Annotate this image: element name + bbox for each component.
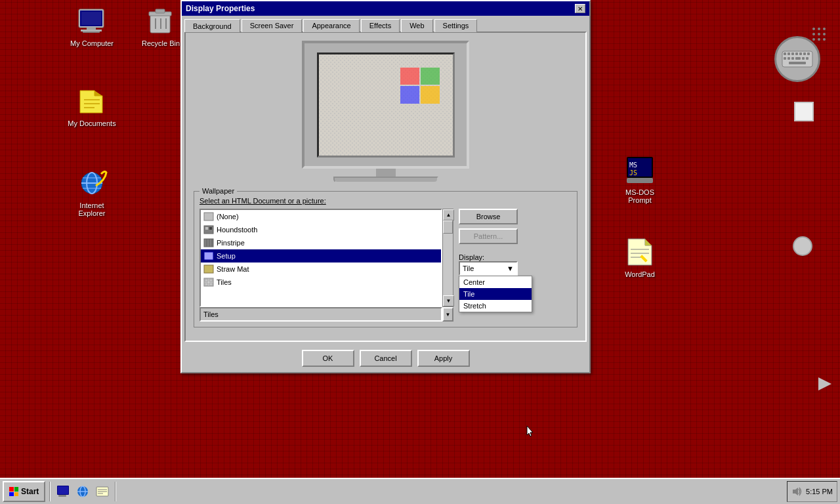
wallpaper-item-icon bbox=[203, 264, 214, 274]
scroll-thumb[interactable] bbox=[443, 220, 453, 234]
tab-background[interactable]: Background bbox=[184, 19, 240, 32]
msdos-icon: MS JS bbox=[624, 154, 656, 186]
list-item-setup[interactable]: Setup bbox=[201, 249, 441, 262]
tab-content-background: Wallpaper Select an HTML Document or a p… bbox=[184, 32, 587, 342]
wallpaper-item-icon bbox=[203, 251, 214, 261]
mydocs-icon bbox=[76, 85, 108, 117]
wallpaper-list-scrollbar[interactable]: ▲ ▼ bbox=[442, 209, 453, 307]
scroll-track[interactable] bbox=[443, 220, 453, 295]
list-and-scroll: (None) Houndstooth Pinstripe bbox=[200, 209, 453, 322]
svg-marker-28 bbox=[645, 239, 652, 245]
bottom-dropdown[interactable]: Tiles bbox=[200, 307, 442, 322]
svg-rect-26 bbox=[627, 178, 653, 183]
apply-button[interactable]: Apply bbox=[417, 350, 470, 367]
list-item-none[interactable]: (None) bbox=[201, 210, 441, 223]
list-wrapper: (None) Houndstooth Pinstripe bbox=[200, 209, 453, 307]
pattern-button[interactable]: Pattern... bbox=[459, 228, 518, 244]
taskbar-divider-1 bbox=[49, 482, 51, 501]
display-option-tile[interactable]: Tile bbox=[459, 288, 532, 300]
desktop-icon-ie[interactable]: Internet Explorer bbox=[66, 167, 118, 217]
svg-rect-42 bbox=[788, 57, 790, 60]
list-item-houndstooth[interactable]: Houndstooth bbox=[201, 223, 441, 236]
scroll-down-btn[interactable]: ▼ bbox=[443, 295, 454, 306]
svg-point-49 bbox=[818, 28, 820, 30]
desktop-icon-mycomputer[interactable]: My Computer bbox=[66, 5, 118, 47]
svg-rect-71 bbox=[205, 283, 208, 285]
display-properties-dialog: Display Properties ✕ Background Screen S… bbox=[180, 0, 591, 373]
tab-effects[interactable]: Effects bbox=[361, 19, 400, 32]
svg-rect-39 bbox=[803, 52, 806, 55]
arrow-right-icon[interactable] bbox=[815, 374, 835, 395]
desktop-icon-mydocs[interactable]: My Documents bbox=[66, 85, 118, 127]
wallpaper-item-icon bbox=[203, 238, 214, 248]
svg-text:MS: MS bbox=[629, 161, 637, 169]
browse-button[interactable]: Browse bbox=[459, 209, 518, 224]
display-control: Display: Tile ▼ Center Tile bbox=[459, 253, 518, 276]
circle-indicator bbox=[793, 236, 812, 256]
display-option-stretch[interactable]: Stretch bbox=[459, 300, 532, 312]
svg-rect-61 bbox=[209, 227, 212, 230]
scroll-up-btn[interactable]: ▲ bbox=[443, 209, 454, 220]
systray-clock: 5:15 PM bbox=[806, 488, 833, 495]
display-dropdown-arrow: ▼ bbox=[507, 264, 514, 272]
cancel-button[interactable]: Cancel bbox=[360, 350, 412, 367]
svg-rect-41 bbox=[784, 57, 786, 60]
screen-content bbox=[319, 54, 453, 156]
svg-text:JS: JS bbox=[629, 169, 637, 177]
display-label: Display: bbox=[459, 253, 518, 261]
grid-icon bbox=[811, 26, 827, 43]
svg-rect-74 bbox=[58, 486, 68, 494]
desktop-icon-wordpad[interactable]: WordPad bbox=[614, 236, 666, 278]
ok-button[interactable]: OK bbox=[302, 350, 354, 367]
bottom-dropdown-arrow[interactable]: ▼ bbox=[442, 307, 453, 322]
svg-point-56 bbox=[823, 38, 826, 41]
tab-settings[interactable]: Settings bbox=[434, 19, 478, 32]
svg-rect-38 bbox=[799, 52, 802, 55]
wordpad-icon bbox=[624, 236, 656, 268]
svg-rect-70 bbox=[209, 279, 213, 282]
taskbar-icon-quicklaunch-1[interactable] bbox=[54, 483, 72, 500]
wallpaper-controls: (None) Houndstooth Pinstripe bbox=[200, 209, 572, 322]
monitor-preview bbox=[302, 41, 469, 183]
desktop-icon-recyclebin[interactable]: Recycle Bin bbox=[135, 5, 187, 47]
display-dropdown[interactable]: Tile ▼ bbox=[459, 261, 518, 276]
taskbar-icon-quicklaunch-2[interactable] bbox=[74, 483, 91, 500]
systray-volume-icon[interactable] bbox=[791, 486, 803, 497]
svg-point-55 bbox=[818, 38, 820, 41]
list-item-strawmat[interactable]: Straw Mat bbox=[201, 262, 441, 276]
wallpaper-item-icon bbox=[203, 224, 214, 235]
svg-rect-40 bbox=[807, 52, 810, 55]
right-buttons-area: Browse Pattern... Display: Tile ▼ bbox=[459, 209, 518, 276]
dialog-titlebar: Display Properties ✕ bbox=[182, 1, 589, 16]
close-button[interactable]: ✕ bbox=[575, 4, 585, 13]
windows-logo bbox=[9, 487, 18, 496]
dialog-title: Display Properties bbox=[186, 4, 255, 13]
svg-marker-84 bbox=[527, 426, 533, 436]
windows-flag-preview bbox=[400, 68, 440, 104]
taskbar-icon-3-img bbox=[95, 484, 110, 499]
tab-screensaver[interactable]: Screen Saver bbox=[242, 19, 303, 32]
wallpaper-item-icon bbox=[203, 277, 214, 287]
svg-rect-58 bbox=[204, 213, 213, 220]
svg-rect-44 bbox=[795, 57, 801, 60]
section-label: Wallpaper bbox=[200, 187, 237, 195]
desktop-icon-msdos[interactable]: MS JS MS-DOS Prompt bbox=[614, 154, 666, 204]
tab-appearance[interactable]: Appearance bbox=[303, 19, 359, 32]
svg-rect-75 bbox=[58, 495, 66, 497]
msdos-label: MS-DOS Prompt bbox=[614, 188, 666, 204]
ie-label: Internet Explorer bbox=[66, 201, 118, 217]
list-item-pinstripe[interactable]: Pinstripe bbox=[201, 236, 441, 249]
dialog-bottom-buttons: OK Cancel Apply bbox=[182, 345, 589, 372]
tab-web[interactable]: Web bbox=[401, 19, 432, 32]
start-button[interactable]: Start bbox=[3, 481, 45, 502]
display-dropdown-options[interactable]: Center Tile Stretch bbox=[459, 276, 532, 312]
taskbar-icon-quicklaunch-3[interactable] bbox=[94, 483, 111, 500]
list-item-tiles[interactable]: Tiles bbox=[201, 276, 441, 289]
wallpaper-list[interactable]: (None) Houndstooth Pinstripe bbox=[200, 209, 442, 307]
svg-rect-72 bbox=[209, 283, 213, 285]
display-option-center[interactable]: Center bbox=[459, 276, 532, 288]
svg-rect-60 bbox=[205, 227, 208, 230]
svg-rect-46 bbox=[806, 57, 808, 60]
svg-marker-83 bbox=[793, 488, 798, 495]
svg-rect-35 bbox=[788, 52, 790, 55]
